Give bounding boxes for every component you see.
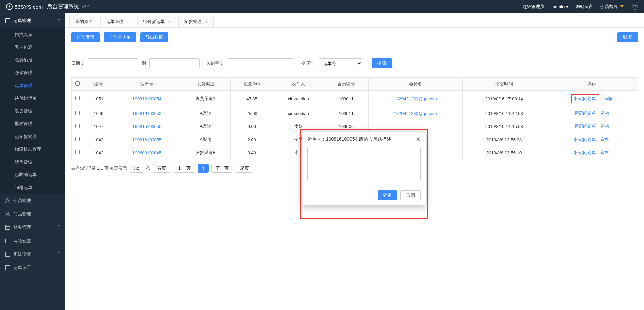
sidebar-item[interactable]: 运单管理 [0,79,65,92]
logo: 56SYS.com [6,3,43,10]
chevron-up-icon: ˄ [58,18,60,23]
keyword-label: 关键字： [206,60,224,66]
page-next-button[interactable]: 下一页 [211,164,233,173]
waybill-link[interactable]: 190808100045 [132,150,162,155]
tab[interactable]: 发货管理× [178,16,213,27]
sidebar-item[interactable]: 商品管理˅ [0,207,65,221]
sidebar-item[interactable]: 发货管理 [0,105,65,117]
user-name: iadmin [552,4,565,9]
filter-bar: 日期： 到 关键字： 搜 索： 运单号 搜 索 [71,58,638,68]
audit-link[interactable]: 审核 [601,111,609,116]
role-label: 超级管理员 [523,4,544,10]
row-checkbox[interactable] [75,137,80,141]
row-checkbox[interactable] [75,150,80,154]
mark-problem-link[interactable]: 标记问题单 [574,150,596,155]
tab-close-icon[interactable]: × [205,19,208,24]
row-checkbox[interactable] [75,124,80,128]
per-page-input[interactable] [130,164,143,173]
row-checkbox[interactable] [75,111,80,115]
site-messages[interactable]: 网站留言 [576,4,593,10]
tab[interactable]: 待付款运单× [137,16,176,27]
sidebar-item[interactable]: 扫描入库 [0,28,65,41]
app-title: 后台管理系统 [47,3,79,10]
sidebar-item[interactable]: 已发货管理 [0,130,65,143]
member-link[interactable]: 1329421230@qq.com [394,96,437,101]
export-button[interactable]: 导出数据 [140,32,168,42]
dialog-close-button[interactable]: ✕ [416,136,421,143]
sidebar-item[interactable]: 仓储管理 [0,66,65,79]
audit-link[interactable]: 审核 [601,124,609,129]
tab[interactable]: 运单管理× [100,16,135,27]
waybill-link[interactable]: 190815100050 [132,124,162,129]
brand-text: 56SYS.com [15,4,43,10]
table-header: 重量(kg) [230,78,273,91]
waybill-link[interactable]: 190816100054 [132,96,162,101]
member-messages[interactable]: 会员留言 (5) [600,4,625,10]
tab[interactable]: 我的桌面 [69,16,98,27]
sidebar-item[interactable]: 包裹预报 [0,54,65,66]
page-first-button[interactable]: 首页 [153,164,170,173]
audit-link[interactable]: 审核 [604,96,613,101]
search-by-select[interactable]: 运单号 [319,58,362,68]
mark-problem-link[interactable]: 标记问题单 [574,96,596,101]
page-prev-button[interactable]: 上一页 [173,164,195,173]
table-header: 运单号 [113,78,180,91]
doc-icon [5,18,10,23]
sidebar-item[interactable]: 运单设置˅ [0,261,65,274]
dialog-title: 运单号：190816100054,请输入问题描述 [307,136,391,142]
user-menu[interactable]: iadmin ▾ [552,4,568,9]
print-sort-button[interactable]: 打印分拣单 [104,32,136,42]
sidebar-group-waybill: 运单管理 ˄ 扫描入库无主包裹包裹预报仓储管理运单管理待付款运单发货管理批次管理… [0,13,65,194]
keyword-input[interactable] [227,58,294,68]
sidebar-item[interactable]: 待付款运单 [0,92,65,105]
sidebar-item[interactable]: 批次管理 [0,117,65,130]
problem-desc-textarea[interactable] [307,147,421,180]
tab-close-icon[interactable]: × [127,19,129,24]
chevron-down-icon: ˅ [58,265,60,270]
member-link[interactable]: 1329421230@qq.com [394,111,437,116]
dialog-ok-button[interactable]: 确定 [378,190,397,200]
sidebar-item[interactable]: 转单管理 [0,156,65,168]
sidebar-item[interactable]: 已取消运单 [0,168,65,181]
logo-icon [6,3,13,10]
chevron-down-icon: ˅ [58,239,60,243]
date-from-input[interactable] [88,58,138,68]
sidebar-item[interactable]: 财务管理˅ [0,221,65,234]
sidebar-head-waybill[interactable]: 运单管理 ˄ [0,13,65,28]
waybill-link[interactable]: 190816100055 [132,137,162,142]
date-to-label: 到 [142,60,146,66]
select-all-checkbox[interactable] [75,81,80,86]
sidebar-item[interactable]: 系统设置˅ [0,248,65,261]
waybill-link[interactable]: 190816100052 [132,111,162,116]
menu-icon [5,198,10,203]
search-by-label: 搜 索： [301,60,315,66]
mark-problem-link[interactable]: 标记问题单 [574,137,596,142]
sidebar-item[interactable]: 无主包裹 [0,41,65,54]
pagination-summary: 共有5条记录 1/1 页 每页展示 [71,165,127,171]
row-checkbox[interactable] [75,96,80,100]
tabs: 我的桌面运单管理×待付款运单×发货管理× [65,13,644,28]
date-to-input[interactable] [149,58,200,68]
search-button[interactable]: 搜 索 [372,58,392,68]
pagination-unit: 条 [146,165,150,171]
help-button[interactable]: ? [632,4,638,10]
sidebar-item[interactable]: 会员管理˅ [0,194,65,207]
print-invoice-button[interactable]: 打印发票 [71,32,100,42]
page-current-button[interactable]: 1 [198,164,209,173]
sidebar-item[interactable]: 网站设置˅ [0,234,65,248]
tab-close-icon[interactable]: × [168,19,171,24]
sidebar-item[interactable]: 物流状态管理 [0,143,65,156]
mark-problem-link[interactable]: 标记问题单 [574,111,596,116]
dialog-cancel-button[interactable]: 取消 [400,190,421,200]
table-header: 提交时间 [462,78,546,91]
audit-link[interactable]: 审核 [601,137,609,142]
refresh-button[interactable]: 刷 新 [617,32,638,42]
audit-link[interactable]: 审核 [601,150,609,155]
mark-problem-link[interactable]: 标记问题单 [574,124,596,129]
menu-icon [5,225,10,230]
sidebar-head-label: 运单管理 [13,18,31,24]
chevron-down-icon: ▾ [566,4,568,9]
sidebar-item[interactable]: 问题运单 [0,181,65,194]
page-last-button[interactable]: 尾页 [236,164,253,173]
chevron-down-icon: ˅ [58,198,60,203]
